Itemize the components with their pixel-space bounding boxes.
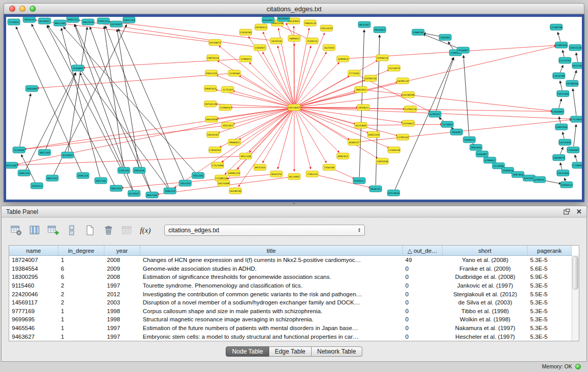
table-row[interactable]: 1872400712008Changes of HCN gene express… — [9, 256, 572, 265]
table-cell: 1 — [58, 316, 104, 322]
table-row[interactable]: 969969511998Structural magnetic resonanc… — [9, 315, 572, 324]
graph-node-label: 3156987 — [458, 49, 468, 52]
graph-node-label: 19875024 — [207, 57, 219, 59]
panel-splitter[interactable]: ▾ — [0, 202, 588, 206]
column-header-pagerank[interactable]: pagerank — [528, 246, 572, 255]
create-column-button[interactable] — [47, 224, 60, 236]
table-settings-button[interactable] — [10, 224, 23, 236]
graph-node-label: 16321456 — [573, 64, 582, 67]
graph-node-label: 9452108 — [241, 155, 251, 158]
graph-node-label: 5565513 — [32, 185, 42, 187]
table-panel: Table Panel ✕ — [1, 206, 587, 362]
table-row[interactable]: 1830029562008Estimation of significance … — [9, 273, 572, 281]
table-cell: 2008 — [104, 257, 140, 263]
graph-node-label: 5123698 — [493, 165, 504, 167]
graph-node-label: 7456987 — [451, 131, 462, 134]
table-cell: Tibbo et al. (1998) — [443, 308, 528, 314]
network-view-frame: 1872400719536211841002177203516908141625… — [4, 14, 584, 202]
graph-node-label: 1625503 — [324, 47, 334, 49]
float-panel-icon[interactable] — [563, 209, 570, 215]
graph-node-label: 1052307 — [223, 124, 233, 127]
graph-node-label: 5901426 — [134, 169, 144, 172]
column-header-title[interactable]: title — [140, 246, 403, 255]
graph-node-label: 7785214 — [307, 173, 317, 176]
table-cell: 0 — [403, 299, 443, 305]
graph-node-label: 14236508 — [403, 94, 415, 96]
table-cell: 5.3E-5 — [528, 282, 572, 289]
graph-node-label: 6652140 — [147, 194, 157, 196]
table-panel-titlebar: Table Panel ✕ — [2, 206, 586, 217]
table-cell: 1997 — [104, 325, 140, 331]
table-cell: 5.3E-5 — [528, 257, 572, 263]
graph-node-label: 1558214 — [307, 40, 317, 42]
table-row[interactable]: 946362711997Embryonic stem cells: a mode… — [9, 332, 572, 341]
table-cell: Genome-wide association studies in ADHD. — [140, 266, 403, 272]
table-row[interactable]: 2242004622012Investigating the contribut… — [9, 290, 572, 298]
table-row[interactable]: 911546021997Tourette syndrome. Phenomeno… — [9, 281, 572, 290]
table-row[interactable]: 1456911722003Disruption of a novel membe… — [9, 298, 572, 307]
column-header-year[interactable]: year — [104, 246, 140, 255]
tab-network-table[interactable]: Network Table — [312, 346, 362, 357]
graph-node-label: 15456321 — [561, 184, 573, 186]
graph-node-label: 1690814 — [338, 58, 348, 60]
graph-node-label: 1953621 — [358, 106, 368, 109]
table-cell: Franke et al. (2009) — [443, 266, 528, 272]
column-header-short[interactable]: short — [443, 246, 528, 255]
table-cell: 14569117 — [9, 299, 58, 305]
table-cell: 2 — [58, 291, 104, 297]
table-cell: Yano et al. (2008) — [443, 257, 528, 263]
table-row[interactable]: 977716911998Corpus callosum shape and si… — [9, 307, 572, 316]
graph-node-label: 4214507 — [62, 154, 73, 157]
network-window: citations_edges.txt 18724007195362118410… — [4, 3, 584, 202]
table-cell: 18300295 — [9, 274, 58, 280]
memory-indicator-icon[interactable] — [575, 364, 581, 369]
tab-edge-table[interactable]: Edge Table — [269, 346, 312, 357]
graph-node-label: 10123654 — [388, 192, 400, 194]
column-header-out-degree[interactable]: △ out_de… — [403, 246, 443, 255]
table-row[interactable]: 1938455462009Genome-wide association stu… — [9, 265, 572, 273]
fx-label: f(x) — [140, 226, 151, 235]
graph-node-label: 14785120 — [397, 80, 409, 82]
table-cell: 9463627 — [9, 334, 58, 340]
create-row-button[interactable] — [65, 224, 78, 236]
import-table-button[interactable] — [120, 224, 134, 236]
node-table: name in_degree year title △ out_de… shor… — [9, 245, 579, 341]
table-cell: Dudbridge et al. (2008) — [443, 274, 528, 280]
table-cell: 2 — [58, 299, 104, 305]
graph-node-label: 17521408 — [212, 164, 224, 167]
table-cell: Structural magnetic resonance image aver… — [140, 316, 403, 322]
scrollbar-thumb[interactable] — [573, 256, 578, 290]
table-toolbar: f(x) citations_edges.txt ▲▼ — [2, 217, 586, 241]
graph-node-label: 7854120 — [24, 18, 34, 21]
graph-node-label: 9452078 — [83, 21, 93, 24]
window-titlebar[interactable]: citations_edges.txt — [4, 3, 584, 14]
select-columns-button[interactable] — [28, 224, 41, 236]
new-table-button[interactable] — [83, 224, 97, 236]
function-builder-button[interactable]: f(x) — [139, 224, 152, 236]
graph-node-label: 16521408 — [218, 182, 230, 185]
table-cell: Corpus callosum shape and size in male p… — [140, 308, 403, 314]
delete-table-button[interactable] — [102, 224, 115, 236]
table-cell: 1998 — [104, 308, 140, 314]
graph-node-label: 13897456 — [556, 126, 568, 128]
column-header-name[interactable]: name — [9, 246, 58, 255]
graph-node-label: 2510695 — [73, 67, 83, 70]
close-window-button[interactable] — [9, 6, 15, 12]
zoom-window-button[interactable] — [30, 6, 36, 12]
graph-node-label: 8529630 — [278, 17, 289, 20]
minimize-window-button[interactable] — [19, 6, 26, 12]
graph-node-label: 18754120 — [205, 103, 216, 105]
table-scrollbar[interactable] — [572, 255, 579, 341]
graph-node-label: 1772035 — [349, 72, 359, 75]
column-header-in-degree[interactable]: in_degree — [58, 246, 104, 255]
graph-node-label: 16208745 — [230, 190, 242, 192]
table-cell: de Silva et al. (2003) — [443, 299, 528, 305]
tab-node-table[interactable]: Node Table — [226, 346, 269, 357]
close-panel-icon[interactable]: ✕ — [576, 208, 582, 215]
table-row[interactable]: 946554611997Estimation of the future num… — [9, 324, 572, 333]
network-canvas[interactable]: 1872400719536211841002177203516908141625… — [6, 17, 582, 200]
graph-node-label: 19521470 — [321, 27, 333, 30]
table-source-dropdown[interactable]: citations_edges.txt ▲▼ — [164, 225, 365, 236]
table-cell: 0 — [403, 266, 443, 272]
table-cell: 9699695 — [9, 316, 58, 322]
